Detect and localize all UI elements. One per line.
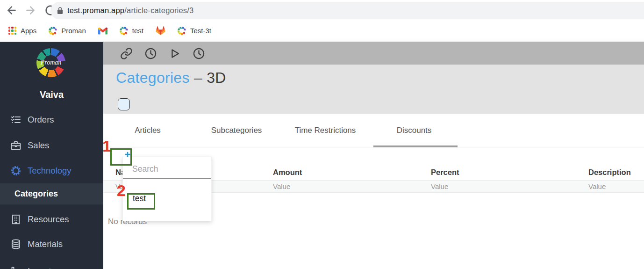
dropdown-option-test[interactable]: test — [123, 179, 211, 204]
tab-subcategories[interactable]: Subcategories — [192, 114, 281, 147]
proman-favicon-icon — [178, 27, 186, 35]
page-title: Categories – 3D — [116, 69, 226, 87]
tab-label: Time Restrictions — [295, 126, 356, 135]
tab-time-restrictions[interactable]: Time Restrictions — [281, 114, 370, 147]
play-icon — [168, 47, 181, 60]
factory-icon — [10, 266, 21, 269]
building-icon — [10, 214, 21, 225]
sidebar-item-orders[interactable]: Orders — [0, 109, 103, 131]
column-header-description: Description — [588, 168, 631, 177]
tab-bar: Articles Subcategories Time Restrictions… — [103, 114, 644, 147]
apps-menu[interactable]: Apps — [8, 27, 36, 35]
page-title-category: Categories — [116, 69, 190, 86]
filter-input-amount[interactable]: Value — [273, 182, 290, 190]
sidebar-item-inventory[interactable]: Inventory — [0, 260, 103, 269]
sidebar-item-materials[interactable]: Materials — [0, 233, 103, 255]
tab-label: Subcategories — [211, 126, 262, 135]
clock-icon — [144, 47, 157, 60]
bookmarks-bar: Apps Proman test — [0, 21, 644, 42]
tab-articles[interactable]: Articles — [103, 114, 192, 147]
sidebar-item-categories[interactable]: Categories — [0, 183, 103, 204]
gmail-icon — [98, 27, 107, 35]
sidebar: Proman Vaiva Orders Sales Technology Cat… — [0, 42, 103, 269]
header-checkbox[interactable] — [118, 98, 130, 110]
bookmark-label: Apps — [21, 27, 36, 35]
tab-label: Discounts — [397, 126, 432, 135]
url-host: test.proman.app — [67, 6, 124, 15]
lock-icon — [57, 7, 63, 15]
clock-icon — [193, 47, 205, 60]
sidebar-item-label: Inventory — [28, 266, 63, 269]
page-title-item: 3D — [207, 69, 226, 86]
page-toolbar — [103, 42, 644, 65]
workspace-name: Vaiva — [0, 89, 103, 100]
sidebar-item-label: Resources — [28, 214, 69, 225]
history-button[interactable] — [144, 47, 157, 60]
sidebar-item-label: Technology — [28, 166, 72, 176]
bookmark-label: Proman — [61, 27, 86, 35]
sidebar-item-label: Sales — [28, 140, 49, 151]
url-text: test.proman.app/article-categories/3 — [67, 6, 193, 15]
sidebar-item-label: Orders — [28, 115, 54, 125]
apps-grid-icon — [8, 27, 16, 35]
app-logo: Proman — [36, 48, 65, 77]
page-title-separator: – — [190, 69, 207, 86]
bookmark-test[interactable]: test — [120, 27, 143, 35]
url-bar[interactable]: test.proman.app/article-categories/3 — [50, 2, 644, 19]
back-button[interactable] — [6, 4, 18, 16]
proman-favicon-icon — [49, 27, 57, 35]
link-button[interactable] — [120, 47, 133, 60]
column-header-percent: Percent — [431, 168, 459, 177]
discount-select-dropdown: test — [122, 157, 212, 221]
briefcase-icon — [10, 140, 21, 151]
filter-input-description[interactable]: Value — [588, 182, 606, 190]
sidebar-item-technology[interactable]: Technology — [0, 160, 103, 182]
column-header-amount: Amount — [273, 168, 302, 177]
browser-window: test.proman.app/article-categories/3 App… — [0, 0, 644, 269]
logo-text: Proman — [41, 59, 62, 66]
sidebar-item-label: Materials — [28, 239, 63, 249]
filter-input-percent[interactable]: Value — [431, 182, 448, 190]
database-icon — [10, 239, 21, 250]
proman-favicon-icon — [120, 27, 128, 35]
dropdown-search-input[interactable] — [123, 157, 211, 179]
url-path: /article-categories/3 — [124, 6, 193, 15]
checklist-icon — [10, 114, 21, 125]
forward-button[interactable] — [24, 4, 36, 16]
tab-label: Articles — [135, 126, 161, 135]
gitlab-icon — [156, 26, 165, 35]
bookmark-test-3t[interactable]: Test-3t — [178, 27, 211, 35]
link-icon — [120, 47, 133, 60]
sidebar-item-resources[interactable]: Resources — [0, 208, 103, 231]
bookmark-proman[interactable]: Proman — [49, 27, 86, 35]
sidebar-item-label: Categories — [14, 189, 58, 199]
gear-icon — [10, 165, 21, 176]
play-button[interactable] — [168, 47, 181, 60]
page-header: Categories – 3D — [103, 65, 644, 114]
bookmark-label: test — [132, 27, 143, 35]
bookmark-label: Test-3t — [190, 27, 211, 35]
bookmark-gitlab[interactable] — [156, 26, 165, 35]
sidebar-item-sales[interactable]: Sales — [0, 134, 103, 157]
back-arrow-icon — [6, 4, 18, 16]
bookmark-gmail[interactable] — [98, 27, 107, 35]
time-log-button[interactable] — [193, 47, 205, 60]
browser-chrome: test.proman.app/article-categories/3 — [0, 0, 644, 21]
forward-arrow-icon — [24, 4, 36, 16]
tab-discounts[interactable]: Discounts — [370, 114, 458, 147]
